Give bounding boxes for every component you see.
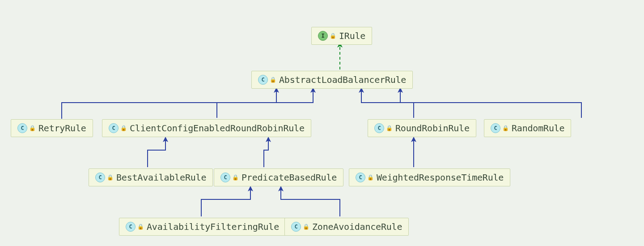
node-label: IRule <box>339 30 365 41</box>
lock-icon: 🔒 <box>367 174 374 181</box>
edge-availabilityfilter-to-predicatebased <box>201 189 250 216</box>
lock-icon: 🔒 <box>502 125 509 131</box>
edge-zoneavoidance-to-predicatebased <box>281 189 340 216</box>
node-random[interactable]: C 🔒 RandomRule <box>484 119 571 137</box>
node-abstract[interactable]: C 🔒 AbstractLoadBalancerRule <box>251 71 413 89</box>
node-availabilityfilter[interactable]: C 🔒 AvailabilityFilteringRule <box>119 218 286 236</box>
edge-random-to-abstract <box>400 90 581 118</box>
interface-icon: I <box>318 31 328 41</box>
node-predicatebased[interactable]: C 🔒 PredicateBasedRule <box>214 168 343 186</box>
node-label: ClientConfigEnabledRoundRobinRule <box>130 123 305 134</box>
node-label: ZoneAvoidanceRule <box>312 221 402 232</box>
edge-bestavailable-to-clientconfig <box>148 139 165 167</box>
lock-icon: 🔒 <box>29 125 36 131</box>
class-icon: C <box>356 173 365 182</box>
node-irule[interactable]: I 🔒 IRule <box>311 27 372 45</box>
class-icon: C <box>109 123 119 133</box>
node-label: RetryRule <box>38 123 86 134</box>
class-icon: C <box>258 75 268 85</box>
lock-icon: 🔒 <box>270 77 276 83</box>
edge-roundrobin-to-abstract <box>361 90 414 118</box>
class-icon: C <box>491 123 500 133</box>
class-icon: C <box>374 123 384 133</box>
node-roundrobin[interactable]: C 🔒 RoundRobinRule <box>368 119 476 137</box>
class-icon: C <box>17 123 27 133</box>
node-zoneavoidance[interactable]: C 🔒 ZoneAvoidanceRule <box>284 218 409 236</box>
node-label: AvailabilityFilteringRule <box>147 221 279 232</box>
node-label: BestAvailableRule <box>116 172 206 183</box>
node-label: RoundRobinRule <box>395 123 470 134</box>
node-label: RandomRule <box>512 123 564 134</box>
node-retry[interactable]: C 🔒 RetryRule <box>11 119 93 137</box>
class-icon: C <box>126 222 136 232</box>
class-icon: C <box>220 173 230 182</box>
lock-icon: 🔒 <box>120 125 127 131</box>
node-label: PredicateBasedRule <box>242 172 337 183</box>
lock-icon: 🔒 <box>232 174 239 181</box>
node-label: AbstractLoadBalancerRule <box>279 74 406 85</box>
lock-icon: 🔒 <box>137 224 144 230</box>
class-icon: C <box>291 222 301 232</box>
lock-icon: 🔒 <box>303 224 309 230</box>
lock-icon: 🔒 <box>330 33 336 39</box>
edge-clientconfig-to-abstract <box>217 90 313 118</box>
edge-predicatebased-to-clientconfig <box>264 139 268 167</box>
lock-icon: 🔒 <box>107 174 114 181</box>
lock-icon: 🔒 <box>386 125 393 131</box>
node-weightedresponse[interactable]: C 🔒 WeightedResponseTimeRule <box>349 168 510 186</box>
class-hierarchy-diagram: { "diagram": { "root_interface": "IRule"… <box>0 0 644 246</box>
edge-retry-to-abstract <box>62 90 276 119</box>
node-bestavailable[interactable]: C 🔒 BestAvailableRule <box>89 168 213 186</box>
class-icon: C <box>95 173 105 182</box>
node-clientconfig[interactable]: C 🔒 ClientConfigEnabledRoundRobinRule <box>102 119 311 137</box>
node-label: WeightedResponseTimeRule <box>377 172 504 183</box>
